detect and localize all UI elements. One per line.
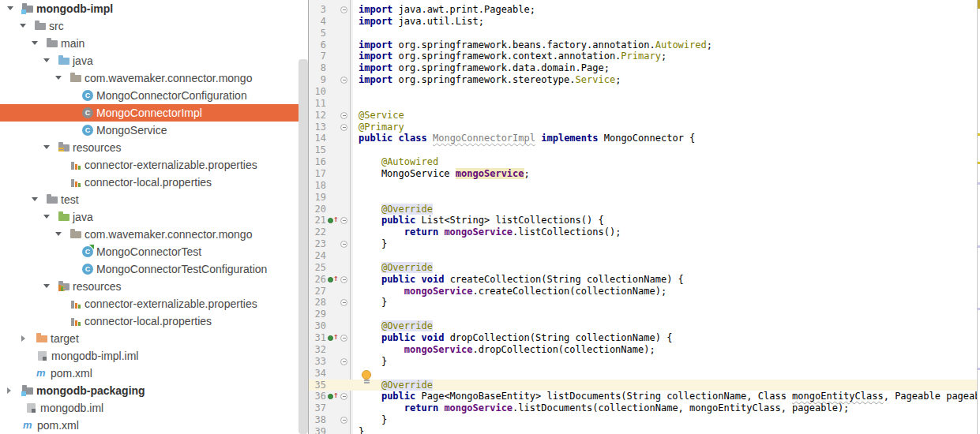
tree-item-connector-local-properties[interactable]: connector-local.properties [0, 174, 308, 191]
overriding-method-icon[interactable]: ↑ [328, 333, 340, 343]
code-line-4[interactable]: 4import java.util.List; [309, 16, 980, 28]
code-line-6[interactable]: 6import org.springframework.beans.factor… [309, 39, 980, 51]
expanded-arrow-icon[interactable] [55, 76, 62, 80]
tree-item-mongoconnectortest[interactable]: CMongoConnectorTest [0, 243, 308, 260]
code-line-39[interactable]: 39} [309, 426, 980, 434]
expanded-arrow-icon[interactable] [43, 284, 50, 288]
code-line-26[interactable]: 26↑ public void createCollection(String … [309, 274, 980, 286]
runnable-test-marker-icon [89, 245, 94, 249]
tree-item-java[interactable]: java [0, 208, 308, 226]
line-number: 26 [310, 274, 326, 286]
code-line-32[interactable]: 32 mongoService.dropCollection(collectio… [309, 344, 980, 356]
code-line-5[interactable]: 5 [309, 28, 980, 39]
code-line-24[interactable]: 24 [309, 250, 980, 262]
tree-item-com-wavemaker-connector-mongo[interactable]: com.wavemaker.connector.mongo [0, 69, 308, 87]
project-tree-scrollbar[interactable] [299, 59, 308, 434]
code-line-33[interactable]: 33 } [309, 356, 980, 368]
tree-item-mongoconnectorimpl[interactable]: CMongoConnectorImpl [0, 104, 308, 122]
code-line-11[interactable]: 11 [309, 98, 980, 110]
code-line-38[interactable]: 38 } [309, 414, 980, 426]
fold-marker-icon[interactable] [340, 335, 347, 342]
code-line-18[interactable]: 18 [309, 180, 980, 192]
tree-item-mongoservice[interactable]: CMongoService [0, 122, 308, 139]
tree-item-connector-externalizable-properties[interactable]: connector-externalizable.properties [0, 295, 308, 312]
code-line-10[interactable]: 10 [309, 86, 980, 98]
code-line-13[interactable]: 13@Primary [309, 122, 980, 133]
fold-marker-icon[interactable] [340, 417, 347, 424]
fold-marker-icon[interactable] [340, 299, 347, 306]
tree-item-label: pom.xml [37, 417, 79, 434]
fold-marker-icon[interactable] [340, 276, 347, 283]
expanded-arrow-icon[interactable] [32, 41, 38, 45]
code-line-17[interactable]: 17 MongoService mongoService; [309, 168, 980, 180]
fold-marker-icon[interactable] [340, 112, 347, 119]
fold-marker-icon[interactable] [340, 241, 347, 248]
expanded-arrow-icon[interactable] [43, 145, 50, 149]
code-line-12[interactable]: 12@Service [309, 110, 980, 122]
tree-item-connector-externalizable-properties[interactable]: connector-externalizable.properties [0, 156, 308, 174]
fold-marker-icon[interactable] [340, 124, 347, 131]
code-line-28[interactable]: 28 } [309, 297, 980, 309]
code-line-16[interactable]: 16 @Autowired [309, 156, 980, 168]
code-line-27[interactable]: 27 mongoService.createCollection(collect… [309, 286, 980, 297]
expanded-arrow-icon[interactable] [55, 232, 62, 236]
code-area[interactable]: 3import java.awt.print.Pageable;4import … [309, 4, 980, 434]
code-line-29[interactable]: 29 [309, 309, 980, 320]
tree-item-main[interactable]: main [0, 35, 308, 52]
overriding-method-icon[interactable]: ↑ [328, 275, 340, 285]
tree-item-target[interactable]: target [0, 330, 308, 347]
code-line-22[interactable]: 22 return mongoService.listCollections()… [309, 226, 980, 238]
code-line-35[interactable]: 35 @Override [309, 380, 980, 391]
expanded-arrow-icon[interactable] [7, 6, 13, 10]
code-line-36[interactable]: 36↑ public Page<MongoBaseEntity> listDoc… [309, 391, 980, 402]
expanded-arrow-icon[interactable] [20, 24, 26, 28]
tree-item-src[interactable]: src [0, 17, 308, 35]
tree-item-connector-local-properties[interactable]: connector-local.properties [0, 312, 308, 330]
expanded-arrow-icon[interactable] [32, 197, 38, 201]
tree-item-resources[interactable]: resources [0, 278, 308, 295]
fold-marker-icon[interactable] [340, 358, 347, 365]
intention-bulb-icon[interactable] [362, 370, 372, 385]
tree-item-mongodb-impl[interactable]: mongodb-impl [0, 0, 308, 17]
code-line-25[interactable]: 25 @Override [309, 262, 980, 274]
code-line-37[interactable]: 37 return mongoService.listDocuments(col… [309, 402, 980, 414]
error-stripe[interactable] [977, 0, 980, 434]
tree-item-pom-xml[interactable]: mpom.xml [0, 365, 308, 382]
tree-item-mongoconnectortestconfiguration[interactable]: CMongoConnectorTestConfiguration [0, 260, 308, 278]
code-line-8[interactable]: 8import org.springframework.data.domain.… [309, 62, 980, 74]
fold-marker-icon[interactable] [340, 393, 347, 400]
tree-item-java[interactable]: java [0, 52, 308, 69]
code-text: return mongoService.listCollections(); [359, 226, 621, 238]
code-text: import org.springframework.beans.factory… [359, 39, 712, 51]
overriding-method-icon[interactable]: ↑ [328, 215, 340, 226]
tree-item-com-wavemaker-connector-mongo[interactable]: com.wavemaker.connector.mongo [0, 226, 308, 243]
code-line-21[interactable]: 21↑ public List<String> listCollections(… [309, 215, 980, 226]
tree-item-mongoconnectorconfiguration[interactable]: CMongoConnectorConfiguration [0, 87, 308, 104]
fold-marker-icon[interactable] [340, 6, 347, 13]
expanded-arrow-icon[interactable] [43, 58, 50, 62]
code-line-30[interactable]: 30 @Override [309, 320, 980, 332]
code-line-14[interactable]: 14public class MongoConnectorImpl implem… [309, 133, 980, 144]
fold-marker-icon[interactable] [340, 217, 347, 224]
tree-item-mongodb-iml[interactable]: mongodb.iml [0, 399, 308, 417]
tree-item-mongodb-packaging[interactable]: mongodb-packaging [0, 382, 308, 399]
overriding-method-icon[interactable]: ↑ [328, 391, 340, 402]
tree-item-pom-xml[interactable]: mpom.xml [0, 417, 308, 434]
code-line-19[interactable]: 19 [309, 192, 980, 204]
collapsed-arrow-icon[interactable] [21, 335, 25, 342]
code-line-34[interactable]: 34 [309, 368, 980, 380]
code-line-7[interactable]: 7import org.springframework.context.anno… [309, 51, 980, 62]
expanded-arrow-icon[interactable] [43, 215, 50, 219]
code-line-3[interactable]: 3import java.awt.print.Pageable; [309, 4, 980, 16]
tree-item-test[interactable]: test [0, 191, 308, 208]
collapsed-arrow-icon[interactable] [7, 387, 11, 394]
code-line-23[interactable]: 23 } [309, 238, 980, 250]
fold-marker-icon[interactable] [340, 77, 347, 84]
code-line-31[interactable]: 31↑ public void dropCollection(String co… [309, 332, 980, 344]
tree-item-resources[interactable]: resources [0, 139, 308, 156]
code-line-20[interactable]: 20 @Override [309, 204, 980, 215]
code-line-9[interactable]: 9import org.springframework.stereotype.S… [309, 74, 980, 86]
code-line-15[interactable]: 15 [309, 144, 980, 156]
line-number: 14 [310, 133, 326, 144]
tree-item-mongodb-impl-iml[interactable]: mongodb-impl.iml [0, 347, 308, 365]
